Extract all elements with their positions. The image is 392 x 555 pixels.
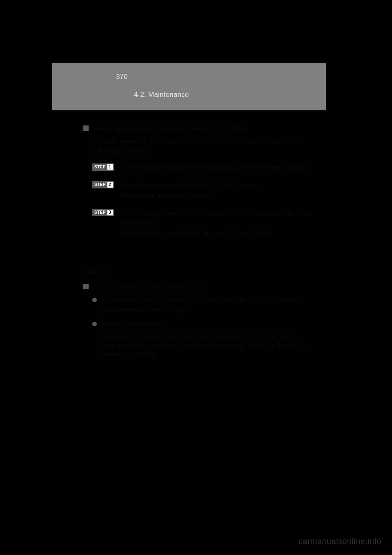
step-text-main: Turn the engine switch to the ON positio… <box>120 208 318 227</box>
caution-item-1: Improper maintenance could result in ser… <box>92 295 318 314</box>
step-text: Turn the engine switch to the ON positio… <box>120 163 310 172</box>
caution-text: Handling of the battery Battery posts, t… <box>102 320 318 359</box>
letterbox-top <box>0 0 392 63</box>
step-badge: STEP 3 <box>92 209 114 216</box>
block1-heading-row: Resetting the engine oil maintenance dat… <box>83 123 318 133</box>
step-badge: STEP 1 <box>92 163 114 171</box>
caution-item-2: Handling of the battery Battery posts, t… <box>92 320 318 359</box>
caution-text: Improper maintenance could result in ser… <box>102 295 318 314</box>
step-text-main: Turn the engine switch to the ON positio… <box>120 163 310 172</box>
step-num: 2 <box>107 182 113 188</box>
step-row-1: STEP 1 Turn the engine switch to the ON … <box>92 163 318 172</box>
block1-intro: When the engine oil is changed, reset th… <box>92 136 318 155</box>
content-area: 370 4-2. Maintenance Resetting the engin… <box>0 63 392 492</box>
circle-bullet-icon <box>92 298 97 302</box>
block1-heading: Resetting the engine oil maintenance dat… <box>94 125 245 132</box>
caution-subhead: Handling of the battery <box>102 320 318 329</box>
caution-label: CAUTION <box>83 267 318 276</box>
step-text: Turn the engine switch to the ACC or LOC… <box>120 180 263 200</box>
step-label: STEP <box>94 209 106 216</box>
step-row-3: STEP 3 Turn the engine switch to the ON … <box>92 208 318 237</box>
caution-body: Battery posts, terminals and related acc… <box>102 331 318 359</box>
square-bullet-icon <box>83 284 89 289</box>
header-bar: 370 4-2. Maintenance <box>52 63 326 110</box>
step-badge: STEP 2 <box>92 181 114 188</box>
page-number: 370 <box>116 73 127 81</box>
page-root: 370 4-2. Maintenance Resetting the engin… <box>0 0 392 555</box>
step-text-sub: Keep the button pressed until the trip m… <box>120 229 318 237</box>
step-text-main: Turn the engine switch to the ACC or LOC… <box>120 180 263 190</box>
circle-bullet-icon <box>92 322 97 326</box>
step-text-sub: (The odometer indication will remain.) <box>120 191 263 200</box>
caution-heading-row: If your vehicle is not properly maintain… <box>83 282 318 291</box>
step-label: STEP <box>94 164 106 170</box>
step-text: Turn the engine switch to the ON positio… <box>120 208 318 237</box>
square-bullet-icon <box>83 125 89 131</box>
step-row-2: STEP 2 Turn the engine switch to the ACC… <box>92 180 318 200</box>
caution-heading: If your vehicle is not properly maintain… <box>94 283 204 290</box>
body-text: Resetting the engine oil maintenance dat… <box>83 123 318 365</box>
watermark: carmanualsonline.info <box>298 537 381 546</box>
step-num: 3 <box>107 210 113 215</box>
step-num: 1 <box>107 164 113 170</box>
step-label: STEP <box>94 181 106 188</box>
section-title: 4-2. Maintenance <box>134 91 189 99</box>
